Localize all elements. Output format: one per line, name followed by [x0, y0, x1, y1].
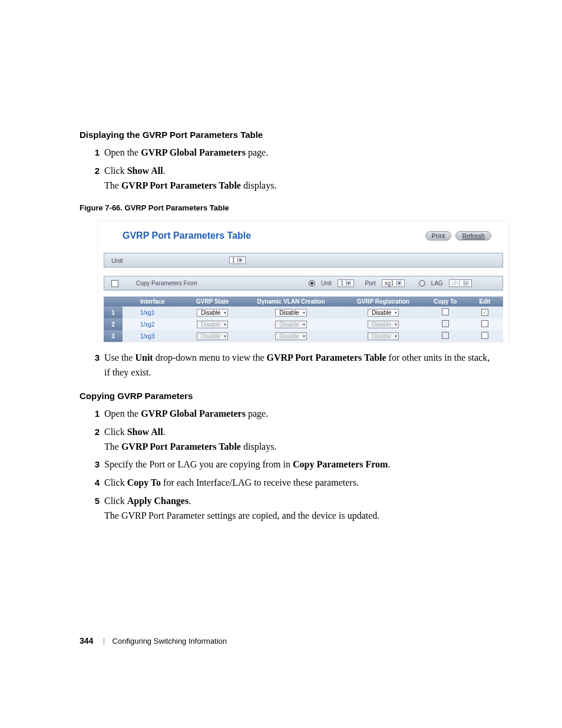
- cell-edit: ✓: [467, 307, 503, 318]
- chapter-title: Configuring Switching Information: [113, 637, 227, 645]
- col-reg: GVRP Registration: [342, 297, 424, 307]
- cell-interface: 1/xg1: [123, 307, 186, 318]
- chevron-down-icon: ▾: [464, 281, 469, 286]
- col-state: GVRP State: [186, 297, 240, 307]
- cell-dvc: Disable▾: [240, 318, 342, 330]
- dvc-select[interactable]: Disable▾: [275, 309, 306, 317]
- radio-unit-label: Unit: [321, 280, 332, 286]
- step-body: Specify the Port or LAG you are copying …: [100, 457, 497, 472]
- state-select: Disable▾: [197, 321, 228, 328]
- cell-dvc: Disable▾: [240, 307, 342, 318]
- step-item: 4Click Copy To for each Interface/LAG to…: [80, 476, 497, 490]
- cell-edit: [467, 318, 503, 330]
- step-body: Click Apply Changes.The GVRP Port Parame…: [100, 494, 497, 523]
- step-number: 3: [80, 351, 100, 380]
- step-item: 5Click Apply Changes.The GVRP Port Param…: [80, 494, 497, 523]
- table-row: 21/xg2Disable▾Disable▾Disable▾: [104, 318, 503, 330]
- page-footer: 344 Configuring Switching Information: [80, 636, 227, 645]
- cell-state: Disable▾: [186, 307, 240, 318]
- step-number: 3: [80, 457, 100, 472]
- unit-select[interactable]: 1 ▾: [229, 256, 246, 264]
- step-body: Click Copy To for each Interface/LAG to …: [100, 476, 497, 490]
- state-select[interactable]: Disable▾: [197, 309, 228, 317]
- unit-radio[interactable]: [309, 280, 315, 286]
- step-item: 3Specify the Port or LAG you are copying…: [80, 457, 497, 472]
- step-item: 1Open the GVRP Global Parameters page.: [80, 407, 497, 421]
- unit-bar: Unit 1 ▾: [104, 253, 503, 268]
- edit-checkbox[interactable]: [481, 320, 488, 327]
- step-body: Open the GVRP Global Parameters page.: [100, 146, 497, 160]
- step-number: 2: [80, 425, 100, 454]
- cell-edit: [467, 330, 503, 342]
- step-item: 2Click Show All.The GVRP Port Parameters…: [80, 425, 497, 454]
- lag-radio[interactable]: [419, 280, 425, 286]
- gvrp-table: Interface GVRP State Dynamic VLAN Creati…: [104, 297, 503, 342]
- cell-state: Disable▾: [186, 318, 240, 330]
- gvrp-table-screenshot: GVRP Port Parameters Table Print Refresh…: [97, 220, 510, 342]
- col-interface: Interface: [123, 297, 186, 307]
- section-heading-copying: Copying GVRP Parameters: [80, 391, 497, 401]
- step-number: 1: [80, 407, 100, 421]
- print-button[interactable]: Print: [425, 231, 452, 241]
- step-body: Click Show All.The GVRP Port Parameters …: [100, 164, 497, 193]
- radio-lag-label: LAG: [431, 280, 443, 286]
- step-number: 5: [80, 494, 100, 523]
- row-index: 2: [104, 318, 123, 330]
- cell-state: Disable▾: [186, 330, 240, 342]
- cell-interface: 1/xg2: [123, 318, 186, 330]
- copy-from-label: Copy Parameters From: [136, 280, 197, 286]
- cell-copyto: [424, 318, 467, 330]
- cell-interface: 1/xg3: [123, 330, 186, 342]
- step-item: 3Use the Unit drop-down menu to view the…: [80, 351, 497, 380]
- select-all-checkbox[interactable]: [111, 280, 118, 287]
- copy-unit-select[interactable]: 1 ▾: [338, 279, 355, 287]
- page-number: 344: [80, 636, 93, 645]
- figure-caption: Figure 7-66. GVRP Port Parameters Table: [80, 203, 497, 212]
- col-copyto: Copy To: [424, 297, 467, 307]
- row-index: 3: [104, 330, 123, 342]
- col-edit: Edit: [467, 297, 503, 307]
- table-row: 11/xg1Disable▾Disable▾Disable▾✓: [104, 307, 503, 318]
- edit-checkbox[interactable]: [481, 332, 488, 339]
- steps-list-2: 1Open the GVRP Global Parameters page.2C…: [80, 407, 497, 523]
- col-dvc: Dynamic VLAN Creation: [240, 297, 342, 307]
- chevron-down-icon: ▾: [237, 258, 243, 263]
- step-item: 2Click Show All.The GVRP Port Parameters…: [80, 164, 497, 193]
- step-number: 4: [80, 476, 100, 490]
- step-number: 2: [80, 164, 100, 193]
- cell-reg: Disable▾: [342, 330, 424, 342]
- copyto-checkbox: [442, 320, 449, 327]
- section-heading-displaying: Displaying the GVRP Port Parameters Tabl…: [80, 130, 497, 140]
- dvc-select: Disable▾: [275, 332, 306, 340]
- panel-title: GVRP Port Parameters Table: [123, 230, 251, 241]
- step-body: Click Show All.The GVRP Port Parameters …: [100, 425, 497, 454]
- cell-reg: Disable▾: [342, 318, 424, 330]
- step-body: Open the GVRP Global Parameters page.: [100, 407, 497, 421]
- edit-checkbox[interactable]: ✓: [481, 309, 488, 316]
- reg-select: Disable▾: [368, 332, 399, 340]
- copyto-checkbox[interactable]: [442, 308, 449, 315]
- cell-reg: Disable▾: [342, 307, 424, 318]
- refresh-button[interactable]: Refresh: [455, 231, 491, 241]
- copy-from-bar: Copy Parameters From Unit 1 ▾ Port xg1 ▾…: [104, 276, 503, 291]
- cell-copyto: [424, 330, 467, 342]
- row-index: 1: [104, 307, 123, 318]
- cell-dvc: Disable▾: [240, 330, 342, 342]
- step-number: 1: [80, 146, 100, 160]
- reg-select: Disable▾: [368, 321, 399, 328]
- lag-select[interactable]: ch1 ▾: [449, 279, 472, 287]
- step-item: 1Open the GVRP Global Parameters page.: [80, 146, 497, 160]
- dvc-select: Disable▾: [275, 321, 306, 328]
- unit-label: Unit: [111, 257, 123, 264]
- port-label: Port: [365, 280, 375, 286]
- port-select[interactable]: xg1 ▾: [382, 279, 405, 287]
- steps-list-1b: 3Use the Unit drop-down menu to view the…: [80, 351, 497, 380]
- copyto-checkbox: [442, 332, 449, 339]
- table-row: 31/xg3Disable▾Disable▾Disable▾: [104, 330, 503, 342]
- step-body: Use the Unit drop-down menu to view the …: [100, 351, 497, 380]
- cell-copyto: [424, 307, 467, 318]
- steps-list-1: 1Open the GVRP Global Parameters page.2C…: [80, 146, 497, 193]
- state-select: Disable▾: [197, 332, 228, 340]
- reg-select[interactable]: Disable▾: [368, 309, 399, 317]
- chevron-down-icon: ▾: [396, 281, 402, 286]
